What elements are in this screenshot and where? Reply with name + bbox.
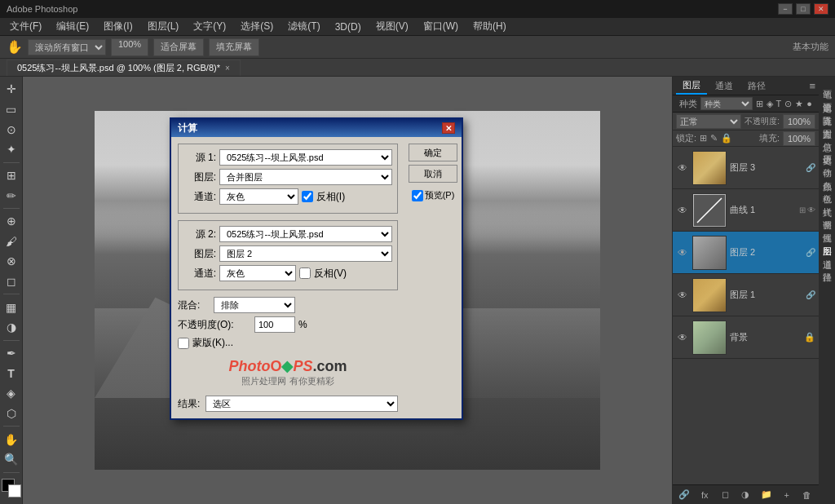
tab-channels[interactable]: 通道 (709, 78, 740, 94)
brush-tool[interactable]: 🖌 (2, 232, 21, 250)
minimize-button[interactable]: − (778, 3, 793, 15)
rsb-actions[interactable]: 动作 (820, 158, 835, 165)
path-tool[interactable]: ◈ (2, 384, 21, 403)
maximize-button[interactable]: □ (796, 3, 811, 15)
close-button[interactable]: ✕ (814, 3, 828, 15)
layer-style-button[interactable]: fx (696, 489, 713, 502)
gradient-tool[interactable]: ▦ (2, 298, 21, 316)
mask-checkbox[interactable] (178, 338, 189, 349)
result-select[interactable]: 选区 (205, 396, 398, 412)
fill-value-input[interactable] (783, 131, 815, 146)
bg-visibility[interactable]: 👁 (676, 331, 689, 344)
pen-tool[interactable]: ✒ (2, 344, 21, 363)
channel2-select[interactable]: 灰色 (219, 265, 296, 281)
rsb-layers[interactable]: 图层 (820, 237, 835, 243)
filter-icon5[interactable]: ★ (795, 99, 803, 109)
hand-tool[interactable]: ✋ (2, 430, 21, 449)
dialog-title-bar[interactable]: 计算 ✕ (171, 119, 462, 137)
fill-screen-button[interactable]: 填充屏幕 (209, 38, 259, 56)
background-color[interactable] (8, 484, 21, 497)
panel-menu-icon[interactable]: ≡ (809, 80, 815, 92)
menu-file[interactable]: 文件(F) (3, 18, 48, 35)
menu-text[interactable]: 文字(Y) (187, 18, 232, 35)
rsb-adjustments[interactable]: 调整 (820, 210, 835, 217)
menu-select[interactable]: 选择(S) (234, 18, 280, 35)
document-tab[interactable]: 0525练习--坝上风景.psd @ 100% (图层 2, RGB/8)* × (7, 60, 241, 76)
layer-1-visibility[interactable]: 👁 (676, 289, 689, 302)
source2-select[interactable]: 0525练习--坝上风景.psd (219, 226, 392, 242)
fit-screen-button[interactable]: 适合屏幕 (153, 38, 204, 56)
menu-help[interactable]: 帮助(H) (466, 18, 513, 35)
text-tool[interactable]: T (2, 364, 21, 382)
selection-tool[interactable]: ▭ (2, 100, 21, 119)
layer-3-visibility[interactable]: 👁 (676, 161, 689, 175)
source1-select[interactable]: 0525练习--坝上风景.psd (219, 149, 392, 166)
rsb-history[interactable]: 历史记录 (820, 145, 835, 152)
eraser-tool[interactable]: ◻ (2, 272, 21, 291)
invert2-checkbox[interactable] (299, 267, 311, 279)
blend-mode-select[interactable]: 正常 (676, 114, 741, 129)
menu-view[interactable]: 视图(V) (369, 18, 415, 35)
lock-icon1[interactable]: ⊞ (700, 133, 707, 144)
opacity-input[interactable] (254, 316, 295, 333)
rsb-swatches[interactable]: 色板 (820, 184, 835, 191)
channel1-select[interactable]: 灰色 (219, 188, 298, 205)
layer-item-1[interactable]: 👁 图层 1 🔗 (673, 274, 819, 316)
filter-icon4[interactable]: ⊙ (784, 99, 792, 109)
menu-edit[interactable]: 编辑(E) (50, 18, 95, 35)
blend-select[interactable]: 排除 (214, 297, 295, 313)
filter-icon3[interactable]: T (776, 99, 782, 108)
shape-tool[interactable]: ⬡ (2, 405, 21, 423)
layer-bg[interactable]: 👁 背景 🔒 (673, 316, 819, 359)
dodge-tool[interactable]: ◑ (2, 318, 21, 337)
curves-1-visibility[interactable]: 👁 (676, 204, 689, 217)
lasso-tool[interactable]: ⊙ (2, 120, 21, 139)
menu-filter[interactable]: 滤镜(T) (281, 18, 326, 35)
layer-2-visibility[interactable]: 👁 (676, 246, 689, 259)
rsb-channels[interactable]: 通道 (820, 250, 835, 256)
link-layers-button[interactable]: 🔗 (676, 489, 692, 502)
rsb-properties[interactable]: 属性 (820, 223, 835, 230)
filter-icon1[interactable]: ⊞ (756, 99, 763, 109)
new-layer-button[interactable]: + (779, 489, 795, 502)
new-group-button[interactable]: 📁 (758, 489, 775, 502)
rsb-paths[interactable]: 路径 (820, 263, 835, 269)
heal-tool[interactable]: ⊕ (2, 212, 21, 231)
layer1-select[interactable]: 合并图层 (219, 169, 392, 185)
magic-wand-tool[interactable]: ✦ (2, 140, 21, 159)
rsb-color[interactable]: 颜色 (820, 171, 835, 178)
invert1-checkbox[interactable] (302, 191, 313, 202)
zoom-tool[interactable]: 🔍 (2, 450, 21, 469)
rsb-styles[interactable]: 样式 (820, 197, 835, 204)
preview-checkbox[interactable] (412, 190, 423, 201)
curves-vis-icon[interactable]: 👁 (807, 206, 815, 214)
menu-image[interactable]: 图像(I) (97, 18, 139, 35)
rsb-brush-settings[interactable]: 画笔设定 (820, 93, 835, 99)
dialog-close-button[interactable]: ✕ (442, 122, 455, 134)
lock-icon3[interactable]: 🔒 (721, 133, 732, 144)
new-adjustment-button[interactable]: ◑ (737, 489, 753, 502)
layer-mask-button[interactable]: ◻ (717, 489, 733, 502)
menu-window[interactable]: 窗口(W) (417, 18, 465, 35)
rsb-brush[interactable]: 画笔 (820, 80, 835, 86)
layer-curves-1[interactable]: 👁 曲线 1 ⊞ 👁 (673, 189, 819, 232)
rsb-clone[interactable]: 克隆器 (820, 106, 835, 113)
menu-layer[interactable]: 图层(L) (141, 18, 186, 35)
tab-paths[interactable]: 路径 (741, 78, 772, 94)
crop-tool[interactable]: ⊞ (2, 166, 21, 185)
menu-3d[interactable]: 3D(D) (329, 20, 368, 34)
scroll-mode-select[interactable]: 滚动所有窗口 (28, 39, 106, 55)
delete-layer-button[interactable]: 🗑 (799, 489, 815, 502)
tab-close-button[interactable]: × (225, 64, 230, 73)
move-tool[interactable]: ✛ (2, 80, 21, 99)
cancel-button[interactable]: 取消 (409, 165, 457, 183)
rsb-histogram[interactable]: 直方图 (820, 119, 835, 126)
filter-type-select[interactable]: 种类 (700, 97, 753, 110)
foreground-background-colors[interactable] (2, 479, 21, 497)
clone-tool[interactable]: ⊗ (2, 252, 21, 271)
tab-layers[interactable]: 图层 (676, 77, 707, 95)
eyedropper-tool[interactable]: ✏ (2, 186, 21, 205)
curves-clip-icon[interactable]: ⊞ (799, 206, 806, 214)
lock-icon2[interactable]: ✎ (710, 133, 718, 144)
rsb-info[interactable]: 信息 (820, 132, 835, 139)
